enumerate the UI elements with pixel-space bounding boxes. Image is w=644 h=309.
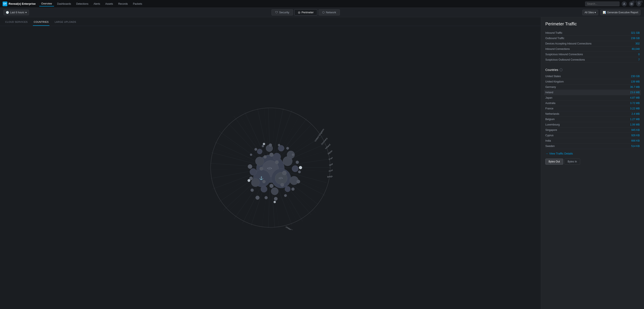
countries-title: Countries (545, 68, 558, 72)
nav-assets[interactable]: Assets (103, 2, 115, 6)
main-layout: CLOUD SERVICES COUNTRIES LARGE UPLOADS (0, 17, 644, 309)
target-icon: ◎ (298, 11, 300, 14)
traffic-section: Inbound Traffic 321 GB Outbound Traffic … (545, 30, 640, 62)
bytes-out-btn[interactable]: Bytes Out (545, 158, 563, 164)
country-row-jp[interactable]: Japan 4.87 MB (545, 95, 640, 100)
country-row-us[interactable]: United States 230 GB (545, 74, 640, 79)
inbound-connections-label: Inbound Connections (545, 48, 570, 50)
country-row-in[interactable]: India 666 KB (545, 138, 640, 144)
svg-point-96 (262, 145, 264, 147)
nav-dashboards[interactable]: Dashboards (55, 2, 73, 6)
svg-point-61 (255, 157, 264, 166)
user-icon[interactable]: A (622, 1, 627, 6)
bytes-in-btn[interactable]: Bytes In (564, 158, 580, 164)
country-ie-value: 23.6 MB (630, 91, 640, 94)
svg-text:United States: United States (285, 226, 298, 230)
country-row-de[interactable]: Germany 36.7 MB (545, 84, 640, 90)
perimeter-panel-btn[interactable]: ◎ Perimeter (294, 9, 317, 16)
all-sites-label: All Sites (585, 11, 594, 14)
report-label: Generate Executive Report (607, 11, 638, 14)
svg-point-79 (260, 167, 263, 170)
svg-point-63 (251, 178, 260, 187)
svg-point-66 (285, 186, 290, 192)
country-row-sg[interactable]: Singapore 945 KB (545, 128, 640, 133)
traffic-row-outbound: Outbound Traffic 238 GB (545, 36, 640, 41)
countries-info-icon[interactable]: i (560, 68, 562, 71)
country-row-lu[interactable]: Luxembourg 1.06 MB (545, 122, 640, 128)
svg-point-93 (286, 147, 289, 150)
country-se-value: 514 KB (631, 144, 640, 148)
country-nl-label: Netherlands (545, 112, 559, 116)
country-row-fr[interactable]: France 3.22 MB (545, 106, 640, 111)
devices-accepting-value: 302 (636, 42, 640, 45)
sec-nav: 🕑 Last 6 hours ▾ 🛡 Security ◎ Perimeter … (0, 8, 644, 17)
tab-countries[interactable]: COUNTRIES (33, 19, 50, 26)
nav-packets[interactable]: Packets (131, 2, 144, 6)
nav-records[interactable]: Records (116, 2, 130, 6)
svg-point-101 (248, 179, 250, 182)
network-panel-btn[interactable]: ⬡ Network (318, 9, 340, 16)
panel-buttons: 🛡 Security ◎ Perimeter ⬡ Network (272, 9, 340, 16)
country-row-cy[interactable]: Cyprus 926 KB (545, 133, 640, 138)
product-name: Reveal(x) Enterprise (8, 2, 36, 5)
country-fr-label: France (545, 107, 553, 110)
view-traffic-details-link[interactable]: → View Traffic Details (545, 152, 640, 155)
svg-point-80 (264, 155, 266, 158)
tab-large-uploads[interactable]: LARGE UPLOADS (54, 19, 77, 26)
country-in-label: India (545, 139, 551, 142)
report-icon: 📊 (603, 11, 606, 14)
globe-visualization: </> </> ⚓ (208, 105, 333, 230)
search-input[interactable] (585, 2, 620, 6)
country-row-au[interactable]: Australia 3.72 MB (545, 100, 640, 106)
svg-text:⚓: ⚓ (259, 176, 264, 180)
all-sites-selector[interactable]: All Sites ▾ (582, 10, 598, 15)
traffic-row-suspicious-out: Suspicious Outbound Connections 7 (545, 57, 640, 62)
traffic-row-inbound: Inbound Traffic 321 GB (545, 30, 640, 36)
panel-title: Perimeter Traffic (545, 22, 640, 26)
svg-point-75 (282, 171, 286, 175)
svg-point-81 (248, 164, 252, 169)
bubble-chart: </> </> ⚓ (208, 105, 333, 230)
security-label: Security (279, 11, 289, 14)
top-nav: EH Reveal(x) Enterprise Overview Dashboa… (0, 0, 644, 8)
nav-alerts[interactable]: Alerts (91, 2, 102, 6)
inbound-connections-value: 80,048 (632, 48, 640, 50)
country-sg-label: Singapore (545, 128, 557, 132)
country-row-nl[interactable]: Netherlands 2.4 MB (545, 111, 640, 117)
country-lu-value: 1.06 MB (630, 123, 640, 126)
svg-text:</>: </> (278, 176, 283, 180)
country-us-label: United States (545, 75, 561, 78)
right-panel: Perimeter Traffic Inbound Traffic 321 GB… (541, 17, 644, 309)
security-panel-btn[interactable]: 🛡 Security (272, 9, 293, 16)
tab-cloud-services[interactable]: CLOUD SERVICES (4, 19, 28, 26)
svg-text:Germany: Germany (320, 137, 328, 145)
time-selector[interactable]: 🕑 Last 6 hours ▾ (4, 10, 29, 15)
country-row-se[interactable]: Sweden 514 KB (545, 144, 640, 149)
country-be-label: Belgium (545, 118, 554, 121)
shield-icon: 🛡 (275, 11, 278, 14)
country-row-ie[interactable]: Ireland 23.6 MB (544, 90, 641, 95)
nav-detections[interactable]: Detections (74, 2, 90, 6)
outbound-traffic-label: Outbound Traffic (545, 37, 564, 40)
svg-text:United Kingdom: United Kingdom (314, 128, 325, 142)
svg-point-95 (269, 144, 272, 146)
generate-report-btn[interactable]: 📊 Generate Executive Report (600, 10, 640, 15)
svg-point-85 (264, 196, 268, 199)
svg-point-92 (292, 154, 294, 156)
suspicious-outbound-value: 7 (638, 58, 640, 61)
svg-point-84 (256, 196, 260, 200)
svg-point-77 (270, 184, 274, 188)
svg-point-64 (261, 186, 267, 192)
svg-point-100 (274, 201, 276, 203)
nav-overview[interactable]: Overview (39, 1, 54, 6)
country-row-uk[interactable]: United Kingdom 139 MB (545, 79, 640, 84)
suspicious-outbound-label: Suspicious Outbound Connections (545, 58, 585, 61)
chevron-down-icon: ▾ (25, 11, 27, 14)
country-uk-value: 139 MB (631, 80, 640, 83)
logo[interactable]: EH Reveal(x) Enterprise (2, 2, 36, 6)
country-be-value: 1.27 MB (630, 118, 640, 121)
svg-point-90 (298, 170, 301, 173)
country-sg-value: 945 KB (631, 128, 640, 132)
country-row-be[interactable]: Belgium 1.27 MB (545, 117, 640, 122)
svg-point-83 (251, 189, 254, 192)
